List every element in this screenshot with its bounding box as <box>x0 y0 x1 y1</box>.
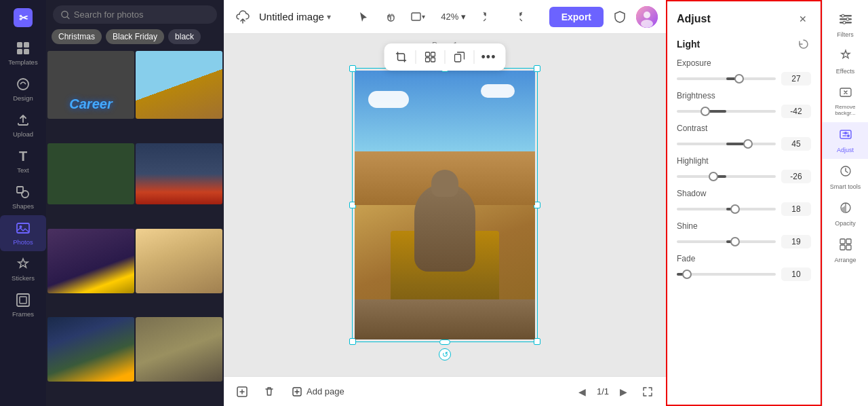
list-item[interactable] <box>136 143 222 204</box>
add-to-library-button[interactable] <box>232 382 252 402</box>
sidebar-item-text[interactable]: T Text <box>0 143 46 179</box>
prev-page-button[interactable]: ◀ <box>574 383 591 401</box>
selected-image-container[interactable]: ↺ <box>355 71 535 339</box>
slider-track-highlight[interactable] <box>677 175 776 178</box>
zoom-button[interactable]: 42% ▾ <box>434 9 473 24</box>
slider-value-shine: 19 <box>781 235 811 248</box>
cloud-left <box>368 91 409 108</box>
right-nav-adjust[interactable]: Adjust <box>823 122 868 159</box>
sidebar-item-frames[interactable]: Frames <box>0 287 46 323</box>
sidebar-item-shapes[interactable]: Shapes <box>0 179 46 215</box>
slider-thumb-exposure[interactable] <box>734 74 744 84</box>
app-logo: ✂ <box>11 5 35 30</box>
avatar[interactable] <box>636 6 658 28</box>
list-item[interactable] <box>136 317 222 382</box>
slider-row-brightness: Brightness-42 <box>667 88 821 121</box>
tag-christmas[interactable]: Christmas <box>52 29 102 44</box>
slider-value-exposure: 27 <box>781 72 811 86</box>
slider-thumb-shine[interactable] <box>730 237 740 246</box>
slider-track-contrast[interactable] <box>677 143 776 145</box>
next-page-button[interactable]: ▶ <box>614 383 632 401</box>
delete-page-button[interactable] <box>259 382 279 402</box>
slider-label-shadow: Shadow <box>677 189 811 198</box>
duplicate-button[interactable] <box>450 47 470 67</box>
slider-controls-contrast: 45 <box>677 137 811 151</box>
crop-button[interactable] <box>391 47 412 67</box>
svg-rect-22 <box>455 54 461 62</box>
grid-overlay-button[interactable] <box>420 47 441 67</box>
smart-tools-icon <box>839 164 852 181</box>
sidebar-item-stickers[interactable]: Stickers <box>0 251 46 287</box>
right-nav-arrange[interactable]: Arrange <box>823 232 868 269</box>
undo-button[interactable] <box>478 6 500 28</box>
svg-rect-3 <box>24 42 29 48</box>
svg-rect-14 <box>412 13 420 20</box>
sidebar-item-templates[interactable]: Templates <box>0 35 46 71</box>
list-item[interactable] <box>47 317 134 382</box>
adjust-close-button[interactable]: ✕ <box>795 11 811 27</box>
sidebar-item-upload[interactable]: Upload <box>0 107 46 143</box>
handle-bottom-middle[interactable] <box>439 339 450 345</box>
list-item[interactable] <box>47 143 134 204</box>
search-input[interactable] <box>74 10 209 20</box>
upload-icon <box>16 113 31 128</box>
toolbar-left: Untitled image ▾ <box>232 6 331 28</box>
page-navigation: ◀ 1/1 ▶ <box>574 382 658 402</box>
fit-screen-button[interactable] <box>637 382 658 402</box>
frames-label: Frames <box>12 310 34 318</box>
slider-row-exposure: Exposure27 <box>667 56 821 88</box>
right-nav-opacity[interactable]: Opacity <box>823 196 868 232</box>
right-nav-smart-tools[interactable]: Smart tools <box>823 159 868 196</box>
list-item[interactable] <box>136 229 222 293</box>
bottom-toolbar: Add page ◀ 1/1 ▶ <box>224 376 666 406</box>
document-title-area[interactable]: Untitled image ▾ <box>259 11 331 22</box>
text-icon: T <box>16 149 31 164</box>
stickers-icon <box>16 257 31 272</box>
redo-button[interactable] <box>505 6 527 28</box>
slider-label-contrast: Contrast <box>677 124 811 133</box>
slider-controls-fade: 10 <box>677 267 811 281</box>
slider-row-fade: Fade10 <box>667 251 821 284</box>
slider-track-shine[interactable] <box>677 240 776 243</box>
list-item[interactable]: Career <box>47 51 134 119</box>
right-icons-panel: Filters Effects Remove backgr... Ad <box>822 0 868 406</box>
zoom-chevron-icon: ▾ <box>461 12 466 22</box>
list-item[interactable] <box>136 51 222 119</box>
export-button[interactable]: Export <box>549 7 604 27</box>
tag-black[interactable]: black <box>168 29 201 44</box>
slider-controls-shadow: 18 <box>677 202 811 216</box>
slider-controls-shine: 19 <box>677 235 811 248</box>
list-item[interactable] <box>47 229 134 293</box>
cloud-save-button[interactable] <box>232 6 254 28</box>
slider-thumb-shadow[interactable] <box>730 204 740 214</box>
canvas-size-button[interactable]: ▾ <box>407 6 429 28</box>
slider-row-shadow: Shadow18 <box>667 186 821 219</box>
adjust-panel: Adjust ✕ Light Exposure27Brightness-42Co… <box>666 0 822 406</box>
slider-track-exposure[interactable] <box>677 77 776 80</box>
more-options-button[interactable]: ••• <box>479 47 499 67</box>
hand-tool-button[interactable] <box>380 6 401 28</box>
slider-thumb-fade[interactable] <box>682 270 692 279</box>
rotate-handle[interactable]: ↺ <box>439 348 451 361</box>
slider-track-fade[interactable] <box>677 273 776 276</box>
light-reset-button[interactable] <box>796 37 811 52</box>
slider-track-brightness[interactable] <box>677 110 776 113</box>
effects-label: Effects <box>836 68 854 75</box>
sidebar-item-photos[interactable]: Photos <box>0 215 46 251</box>
add-page-button[interactable]: Add page <box>286 384 350 400</box>
slider-value-brightness: -42 <box>781 105 811 118</box>
slider-thumb-brightness[interactable] <box>701 107 710 116</box>
light-section-header: Light <box>667 33 821 56</box>
tag-black-friday[interactable]: Black Friday <box>106 29 164 44</box>
right-nav-filters[interactable]: Filters <box>823 7 868 43</box>
select-tool-button[interactable] <box>353 6 374 28</box>
toolbar-separator-2 <box>445 50 446 64</box>
search-input-wrap[interactable] <box>53 5 217 24</box>
slider-thumb-contrast[interactable] <box>743 139 753 149</box>
effects-icon <box>839 49 852 66</box>
sidebar-item-design[interactable]: Design <box>0 71 46 107</box>
right-nav-remove-bg[interactable]: Remove backgr... <box>823 80 868 122</box>
slider-track-shadow[interactable] <box>677 208 776 210</box>
slider-thumb-highlight[interactable] <box>709 172 718 181</box>
right-nav-effects[interactable]: Effects <box>823 43 868 80</box>
